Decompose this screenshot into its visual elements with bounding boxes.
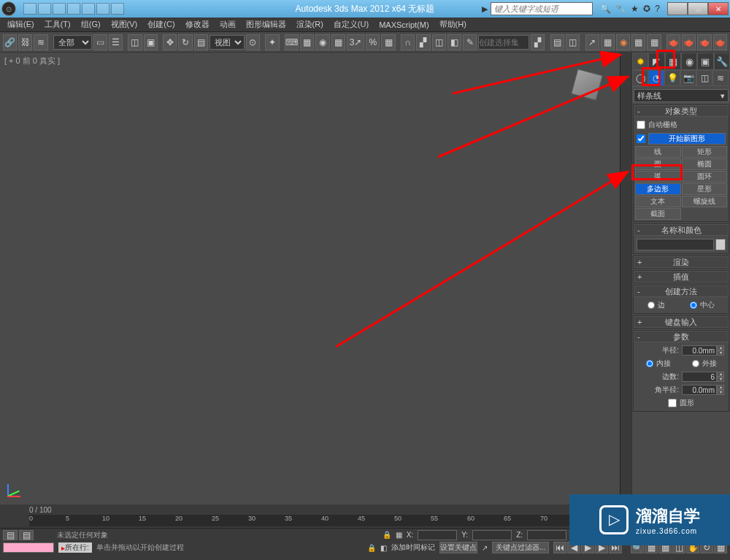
tag-icon[interactable]: ◧ [380,544,387,552]
modify-tab[interactable]: ◤ [648,53,664,70]
z-coord-input[interactable] [527,530,566,540]
arc-button[interactable]: 弧 [635,171,681,183]
curve-icon[interactable]: ◉ [315,34,329,50]
circumscribed-radio[interactable] [692,360,699,367]
menu-rendering[interactable]: 渲染(R) [292,18,328,31]
ellipse-button[interactable]: 椭圆 [682,158,728,170]
cameras-icon[interactable]: 📷 [680,70,696,86]
rollout-header[interactable]: -名称和颜色 [634,224,729,236]
mirror2-icon[interactable]: ▞ [531,34,545,50]
graphite-icon[interactable]: ◫ [566,34,580,50]
goto-start-icon[interactable]: ⏮ [553,542,566,553]
layers-icon[interactable]: ▤ [550,34,564,50]
schematic-icon[interactable]: ▦ [331,34,345,50]
qat-btn[interactable] [67,3,80,15]
maximize-button[interactable]: ▣ [688,2,708,15]
x-coord-input[interactable] [418,530,457,540]
menu-views[interactable]: 视图(V) [107,18,142,31]
donut-button[interactable]: 圆环 [682,171,728,183]
select-name-icon[interactable]: ☰ [109,34,123,50]
snap-icon[interactable]: ∩ [401,34,415,50]
viewcube[interactable] [569,67,605,104]
render-active-icon[interactable]: 🫖 [697,34,711,50]
app-icon[interactable]: ⊙ [1,1,16,16]
menu-edit[interactable]: 编辑(E) [3,18,39,31]
qat-save-icon[interactable] [23,3,36,15]
move-icon[interactable]: ✥ [163,34,177,50]
qat-undo-icon[interactable] [38,3,51,15]
menu-animation[interactable]: 动画 [215,18,240,31]
mirror-icon[interactable]: ▞ [416,34,430,50]
inscribed-radio[interactable] [646,360,653,367]
menu-customize[interactable]: 自定义(U) [329,18,373,31]
circle-button[interactable]: 圆 [635,158,681,170]
display-tab[interactable]: ▣ [697,53,713,70]
sides-spinner[interactable] [682,372,717,382]
create-tab[interactable]: ✹ [632,53,648,70]
curve-editor-icon[interactable]: ↗ [585,34,599,50]
minimize-button[interactable]: — [667,2,688,15]
unlink-icon[interactable]: ⛓ [18,34,32,50]
corner-radius-spinner[interactable] [682,385,717,395]
align-icon[interactable]: ◫ [432,34,446,50]
circular-checkbox[interactable] [668,399,677,407]
coord-display-icon[interactable]: ▦ [396,531,402,539]
viewport-label[interactable]: [ + 0 前 0 真实 ] [4,55,60,66]
spin-up-icon[interactable]: ▴ [717,385,724,390]
help-search-input[interactable] [491,2,593,15]
section-button[interactable]: 截面 [635,208,681,220]
layer-icon[interactable]: ▦ [300,34,314,50]
qat-btn[interactable] [82,3,95,15]
render-iter-icon[interactable]: 🫖 [682,34,696,50]
rendered-frame-icon[interactable]: ▦ [647,34,661,50]
lock-icon[interactable]: 🔒 [367,544,376,552]
radius-spinner[interactable] [682,345,717,356]
category-dropdown[interactable]: 样条线▾ [634,89,729,102]
help-icon[interactable]: ? [655,4,660,14]
angle-snap-icon[interactable]: 3↗ [347,34,364,50]
render-prod-icon[interactable]: 🫖 [666,34,680,50]
bind-icon[interactable]: ≋ [34,34,47,50]
rotate-icon[interactable]: ↻ [178,34,192,50]
helpers-icon[interactable]: ◫ [696,70,712,86]
keyboard-rollout-header[interactable]: +键盘输入 [634,316,729,328]
startnew-checkbox[interactable] [637,134,645,143]
link-icon[interactable]: 🔗 [3,34,17,50]
array-icon[interactable]: ✎ [463,34,477,50]
render-setup-icon[interactable]: ▦ [631,34,645,50]
utilities-tab[interactable]: 🔧 [714,53,730,70]
keyfilter-button[interactable]: 关键点过滤器... [492,542,549,553]
quickalign-icon[interactable]: ◧ [447,34,461,50]
select-icon[interactable]: ▭ [93,34,107,50]
dope-icon[interactable]: ▦ [601,34,615,50]
menu-maxscript[interactable]: MAXScript(M) [374,19,433,31]
lights-icon[interactable]: 💡 [664,70,680,86]
star-button[interactable]: 星形 [682,183,728,195]
autogrid-checkbox[interactable] [637,120,645,129]
motion-tab[interactable]: ◉ [681,53,697,70]
spin-down-icon[interactable]: ▾ [717,377,724,382]
spin-down-icon[interactable]: ▾ [717,390,724,395]
menu-tools[interactable]: 工具(T) [40,18,75,31]
refcoord-dropdown[interactable]: 视图 [210,35,245,50]
window-crossing-icon[interactable]: ▣ [144,34,158,50]
globe-icon[interactable]: ✪ [643,4,650,14]
spin-up-icon[interactable]: ▴ [717,345,724,350]
close-button[interactable]: ✕ [708,2,729,15]
manip-icon[interactable]: ✦ [265,34,279,50]
rollout-header[interactable]: -参数 [634,331,729,342]
rollout-header[interactable]: -创建方法 [634,285,729,297]
interp-rollout-header[interactable]: +插值 [634,271,729,283]
hierarchy-tab[interactable]: ▦ [665,53,681,70]
color-swatch[interactable] [715,239,726,250]
edge-radio[interactable] [648,302,655,309]
pivot-icon[interactable]: ⊙ [246,34,260,50]
selection-filter-dropdown[interactable]: 全部 [53,35,91,50]
spin-up-icon[interactable]: ▴ [717,372,724,377]
add-time-tag[interactable]: 添加时间标记 [391,542,435,553]
render-icon[interactable]: 🫖 [713,34,727,50]
named-selection-input[interactable] [478,35,529,50]
qat-btn[interactable] [96,3,110,15]
render-rollout-header[interactable]: +渲染 [634,256,729,268]
menu-group[interactable]: 组(G) [77,18,105,31]
